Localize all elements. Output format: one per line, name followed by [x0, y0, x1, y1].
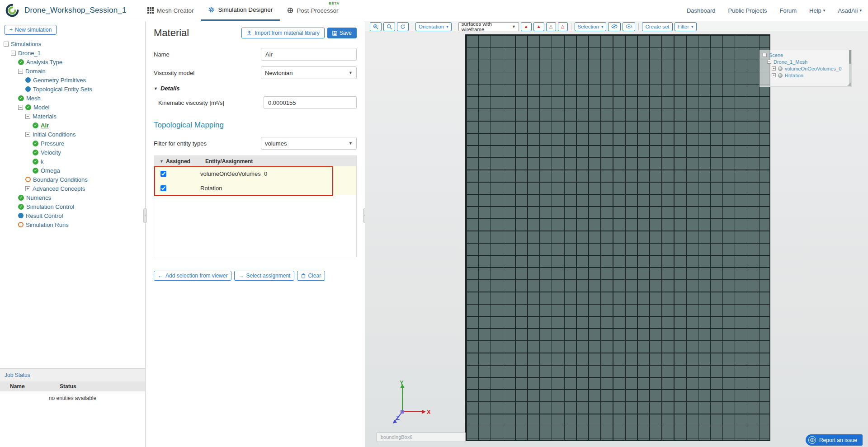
tab-post-processor[interactable]: BETA Post-Processor: [280, 0, 345, 21]
pick-volume-filter-button[interactable]: △: [558, 22, 568, 31]
tree-item-simulations[interactable]: −Simulations: [0, 39, 145, 48]
tree-item-k[interactable]: ✓k: [0, 157, 145, 166]
sidebar-resize-handle[interactable]: ‹: [143, 208, 147, 223]
tree-item-initial-conditions[interactable]: −Initial Conditions: [0, 130, 145, 139]
clear-button[interactable]: Clear: [297, 271, 325, 281]
reset-view-button[interactable]: [397, 22, 409, 31]
nav-dashboard[interactable]: Dashboard: [687, 7, 716, 14]
collapse-expander-icon[interactable]: −: [18, 69, 23, 74]
axis-z-label: Z: [396, 414, 400, 421]
viscosity-model-select[interactable]: Newtonian ▼: [261, 66, 357, 79]
collapse-expander-icon[interactable]: −: [767, 60, 771, 64]
nav-user-menu[interactable]: AsadAli▾: [838, 7, 862, 14]
assignment-row-volumeongeovolumes-0[interactable]: volumeOnGeoVolumes_0: [154, 166, 356, 181]
axis-x-label: X: [427, 409, 430, 415]
tree-item-mesh[interactable]: ✓Mesh: [0, 94, 145, 103]
filter-menu-button[interactable]: Filter ▾: [675, 22, 697, 31]
tree-item-velocity[interactable]: ✓Velocity: [0, 148, 145, 157]
expand-expander-icon[interactable]: +: [25, 186, 30, 191]
create-set-button[interactable]: Create set: [642, 22, 672, 31]
scene-tree-scrollbar[interactable]: [849, 50, 851, 86]
tree-item-boundary-conditions[interactable]: Boundary Conditions: [0, 175, 145, 184]
project-title: Drone_Workshop_Session_1: [24, 0, 127, 21]
add-selection-button[interactable]: ← Add selection from viewer: [154, 271, 231, 281]
expand-expander-icon[interactable]: +: [772, 73, 776, 77]
select-assignment-button[interactable]: → Select assignment: [234, 271, 294, 281]
assignment-table-header: ▼ Assigned Entity/Assignment: [154, 156, 356, 166]
mesh-wireframe-model[interactable]: [465, 34, 770, 441]
entity-filter-row: Filter for entity types volumes ▼: [154, 137, 357, 150]
tree-item-simulation-control[interactable]: ✓Simulation Control: [0, 202, 145, 211]
tree-item-topological-entity-sets[interactable]: Topological Entity Sets: [0, 85, 145, 94]
name-input[interactable]: [261, 48, 357, 61]
viewport-3d[interactable]: −Scene−Drone_1_Mesh+volumeOnGeoVolumes_0…: [365, 32, 868, 447]
status-complete-icon: ✓: [18, 95, 24, 101]
orientation-button[interactable]: Orientation ▾: [415, 22, 452, 31]
details-toggle[interactable]: ▼ Details: [154, 85, 357, 92]
nav-help-menu[interactable]: Help▾: [809, 7, 825, 14]
tree-item-numerics[interactable]: ✓Numerics: [0, 193, 145, 202]
tree-item-materials[interactable]: −Materials: [0, 112, 145, 121]
job-status-empty-text: no entities available: [0, 391, 145, 401]
tab-simulation-designer[interactable]: Simulation Designer: [201, 0, 280, 21]
nav-public-projects[interactable]: Public Projects: [728, 7, 767, 14]
assignment-checkbox[interactable]: [160, 185, 166, 191]
scene-node-volumeongeovolumes-0[interactable]: +volumeOnGeoVolumes_0: [763, 65, 847, 72]
report-issue-button[interactable]: Report an issue: [806, 434, 863, 446]
arrow-left-icon: ←: [158, 273, 163, 279]
tree-item-model[interactable]: −✓Model: [0, 103, 145, 112]
mesh-entity-icon: [778, 73, 783, 78]
tree-item-label: Result Control: [26, 212, 63, 219]
eye-off-icon: [611, 24, 618, 28]
scene-node-scene[interactable]: −Scene: [763, 52, 847, 58]
save-button[interactable]: Save: [327, 28, 357, 38]
tree-item-domain[interactable]: −Domain: [0, 66, 145, 75]
collapse-expander-icon[interactable]: −: [25, 132, 30, 137]
pick-face-filter-button[interactable]: ▲: [521, 22, 532, 31]
top-header: Drone_Workshop_Session_1 Mesh Creator Si…: [0, 0, 868, 21]
axis-y-label: Y: [400, 379, 404, 386]
collapse-expander-icon[interactable]: −: [4, 42, 9, 47]
expand-expander-icon[interactable]: +: [772, 66, 776, 71]
scene-node-rotation[interactable]: +Rotation: [763, 72, 847, 79]
status-incomplete-icon: [25, 177, 31, 182]
assigned-column-header[interactable]: ▼ Assigned: [154, 158, 205, 165]
tree-item-air[interactable]: ✓Air: [0, 121, 145, 130]
tree-item-drone-1[interactable]: −Drone_1: [0, 48, 145, 57]
nav-forum[interactable]: Forum: [780, 7, 797, 14]
tab-mesh-creator[interactable]: Mesh Creator: [140, 0, 201, 21]
collapse-expander-icon[interactable]: −: [763, 53, 767, 57]
assignment-row-rotation[interactable]: Rotation: [154, 181, 356, 195]
new-simulation-button[interactable]: + New simulation: [5, 25, 57, 35]
zoom-to-fit-button[interactable]: [383, 22, 395, 31]
tree-item-omega[interactable]: ✓Omega: [0, 166, 145, 175]
collapse-expander-icon[interactable]: −: [25, 114, 30, 119]
pick-surface-filter-button[interactable]: ▲: [533, 22, 544, 31]
collapse-expander-icon[interactable]: −: [18, 105, 23, 110]
pick-edge-filter-button[interactable]: △: [546, 22, 556, 31]
collapse-expander-icon[interactable]: −: [11, 51, 16, 56]
kinematic-viscosity-input[interactable]: [264, 96, 357, 109]
tree-item-label: Simulation Control: [26, 203, 74, 210]
assignment-table-body: volumeOnGeoVolumes_0Rotation: [154, 166, 356, 257]
hide-selection-button[interactable]: [608, 22, 621, 31]
import-material-button[interactable]: Import from material library: [241, 28, 324, 38]
scene-tree-rows: −Scene−Drone_1_Mesh+volumeOnGeoVolumes_0…: [763, 52, 847, 79]
tree-item-geometry-primitives[interactable]: Geometry Primitives: [0, 75, 145, 85]
tree-item-simulation-runs[interactable]: Simulation Runs: [0, 220, 145, 229]
tree-item-pressure[interactable]: ✓Pressure: [0, 139, 145, 148]
tree-item-analysis-type[interactable]: ✓Analysis Type: [0, 57, 145, 66]
bounding-box-name-input[interactable]: [377, 432, 466, 442]
show-all-button[interactable]: [623, 22, 635, 31]
tree-item-advanced-concepts[interactable]: +Advanced Concepts: [0, 184, 145, 193]
scene-node-drone-1-mesh[interactable]: −Drone_1_Mesh: [763, 58, 847, 65]
tree-item-result-control[interactable]: Result Control: [0, 211, 145, 220]
assignment-checkbox[interactable]: [160, 171, 166, 177]
simscale-logo[interactable]: [5, 0, 19, 21]
job-status-panel: Job Status Name Status no entities avail…: [0, 368, 145, 447]
render-mode-select[interactable]: surfaces with wireframe ▼: [458, 22, 519, 31]
selection-menu-button[interactable]: Selection ▾: [575, 22, 607, 31]
entity-type-select[interactable]: volumes ▼: [261, 137, 357, 150]
scene-tree-resize-handle[interactable]: [847, 82, 851, 86]
zoom-in-button[interactable]: [370, 22, 382, 31]
